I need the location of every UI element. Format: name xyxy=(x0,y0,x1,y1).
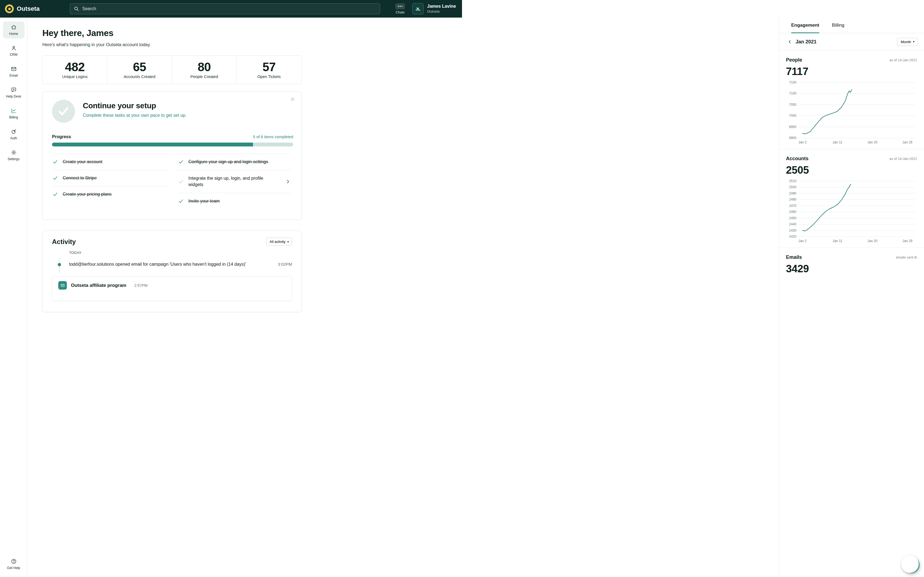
stat-label: Accounts Created xyxy=(110,74,170,79)
brand-name: Outseta xyxy=(17,5,40,12)
sidebar-item-label: Home xyxy=(9,32,18,36)
user-meta: James Lavine Outseta xyxy=(427,3,456,14)
sidebar-item-help-desk[interactable]: Help Desk xyxy=(3,84,24,101)
auth-target-icon xyxy=(11,129,17,135)
task-label: Invite your team xyxy=(188,199,220,204)
task-label: Integrate the sign up, login, and profil… xyxy=(188,175,270,188)
activity-timeline: TODAY todd@tierfour.solutions opened ema… xyxy=(52,251,292,267)
task-invite-team[interactable]: Invite your team xyxy=(178,193,291,209)
user-org: Outseta xyxy=(427,9,456,14)
check-icon xyxy=(178,179,184,184)
search-input[interactable] xyxy=(70,3,380,14)
task-label: Connect to Stripe xyxy=(63,176,97,181)
sidebar-item-label: Settings xyxy=(8,157,19,161)
sidebar-item-settings[interactable]: Settings xyxy=(3,147,24,164)
sidebar-item-auth[interactable]: Auth xyxy=(3,126,24,143)
stat-open-tickets: 57 Open Tickets xyxy=(237,56,301,84)
chevron-right-icon xyxy=(286,179,291,184)
stats-row: 482 Unique Logins 65 Accounts Created 80… xyxy=(42,55,302,84)
sidebar-item-label: CRM xyxy=(10,53,17,56)
stat-value: 80 xyxy=(174,60,234,74)
gear-icon xyxy=(11,150,17,156)
sidebar-item-label: Auth xyxy=(10,136,17,140)
sidebar-item-crm[interactable]: CRM xyxy=(3,42,24,60)
sidebar-item-billing[interactable]: Billing xyxy=(3,105,24,122)
chevron-down-icon: ▾ xyxy=(288,240,289,243)
task-signup-settings[interactable]: Configure your sign up and login setting… xyxy=(178,153,291,170)
user-menu[interactable]: JL James Lavine Outseta xyxy=(412,3,456,15)
stat-value: 65 xyxy=(110,60,170,74)
stat-value: 57 xyxy=(239,60,299,74)
topbar-actions: Chats JL James Lavine Outseta xyxy=(395,3,462,15)
activity-item-title: Outseta affiliate program xyxy=(71,283,126,288)
sidebar-item-email[interactable]: Email xyxy=(3,63,24,80)
topbar: Outseta Chats JL James Lavine Outseta xyxy=(0,0,462,18)
sidebar-item-label: Billing xyxy=(9,115,18,119)
task-label: Create your pricing plans xyxy=(63,192,111,197)
timeline-group-label: TODAY xyxy=(69,251,292,255)
activity-event-time: 3:02PM xyxy=(270,262,292,266)
progress-bar xyxy=(52,143,293,147)
task-connect-stripe[interactable]: Connect to Stripe xyxy=(52,170,169,186)
task-label: Configure your sign up and login setting… xyxy=(188,160,268,164)
stat-label: People Created xyxy=(174,74,234,79)
activity-event-text: todd@tierfour.solutions opened email for… xyxy=(69,262,246,267)
stat-label: Unique Logins xyxy=(45,74,105,79)
billing-chart-icon xyxy=(11,108,17,114)
stat-people-created: 80 People Created xyxy=(172,56,237,84)
stat-accounts-created: 65 Accounts Created xyxy=(107,56,172,84)
envelope-icon xyxy=(11,66,17,72)
person-icon xyxy=(11,45,17,51)
stat-label: Open Tickets xyxy=(239,74,299,79)
page-title: Hey there, James xyxy=(42,28,302,38)
check-icon xyxy=(178,159,184,164)
home-icon xyxy=(11,24,17,30)
brand[interactable]: Outseta xyxy=(0,5,69,13)
progress-label: Progress xyxy=(52,134,71,139)
email-campaign-icon xyxy=(58,281,67,288)
search-icon xyxy=(73,6,79,12)
setup-check-circle-icon xyxy=(52,100,75,123)
user-name: James Lavine xyxy=(427,3,456,9)
stat-value: 482 xyxy=(45,60,105,74)
setup-task-list: Create your account Connect to Stripe Cr… xyxy=(52,153,293,209)
chat-bubble-icon xyxy=(11,87,17,93)
page-subtitle: Here's what's happening in your Outseta … xyxy=(42,42,302,47)
sidebar-item-home[interactable]: Home xyxy=(3,21,24,39)
sidebar-item-label: Email xyxy=(9,74,18,77)
progress-status: 5 of 6 items completed xyxy=(253,135,293,139)
avatar: JL xyxy=(412,3,424,15)
activity-filter-label: All activity xyxy=(270,240,286,244)
check-icon xyxy=(53,159,58,164)
check-icon xyxy=(53,192,58,197)
setup-subtitle: Complete these tasks at your own pace to… xyxy=(83,113,186,118)
chats-button[interactable]: Chats xyxy=(395,3,405,14)
setup-card: Continue your setup Complete these tasks… xyxy=(42,91,302,220)
close-icon[interactable] xyxy=(290,97,296,103)
task-create-account[interactable]: Create your account xyxy=(52,153,169,170)
ellipsis-icon xyxy=(395,3,405,9)
setup-title: Continue your setup xyxy=(83,102,186,110)
check-icon xyxy=(178,198,184,204)
chats-label: Chats xyxy=(396,10,405,14)
task-integrate-widgets[interactable]: Integrate the sign up, login, and profil… xyxy=(178,170,291,193)
activity-card: Activity All activity ▾ TODAY todd@tierf… xyxy=(42,230,302,288)
activity-event: todd@tierfour.solutions opened email for… xyxy=(69,262,292,267)
activity-filter-dropdown[interactable]: All activity ▾ xyxy=(266,238,292,246)
task-pricing-plans[interactable]: Create your pricing plans xyxy=(52,186,169,202)
task-label: Create your account xyxy=(63,160,102,164)
main-content: Hey there, James Here's what's happening… xyxy=(27,18,317,288)
sidebar: Home CRM Email Help Desk Billing Auth Se… xyxy=(0,18,27,288)
outseta-logo-icon xyxy=(5,5,14,13)
setup-progress-fill xyxy=(52,143,253,147)
stat-unique-logins: 482 Unique Logins xyxy=(43,56,107,84)
activity-title: Activity xyxy=(52,238,76,246)
sidebar-item-label: Help Desk xyxy=(6,95,21,98)
activity-item-card[interactable]: Outseta affiliate program 2:57PM xyxy=(52,276,292,288)
activity-item-time: 2:57PM xyxy=(134,283,147,288)
check-icon xyxy=(53,175,58,181)
search xyxy=(70,3,380,14)
